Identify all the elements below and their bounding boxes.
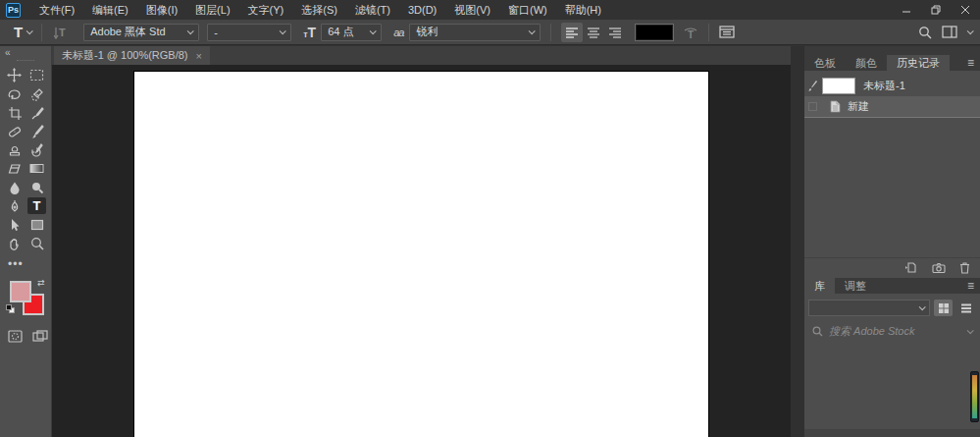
- document-tab-bar: 未标题-1 @ 100%(RGB/8) ×: [52, 46, 791, 65]
- blur-tool[interactable]: [5, 179, 24, 195]
- list-view-button[interactable]: [956, 300, 975, 316]
- toggle-panels-icon[interactable]: [719, 26, 735, 38]
- move-tool[interactable]: [5, 67, 24, 83]
- color-swatches: ⇄: [10, 281, 43, 314]
- document-area: 未标题-1 @ 100%(RGB/8) ×: [52, 46, 791, 437]
- collapse-tools-icon[interactable]: «: [0, 46, 51, 58]
- clone-stamp-tool[interactable]: [5, 141, 24, 158]
- new-document-from-state-icon[interactable]: [904, 261, 918, 274]
- tools-panel: «: [0, 46, 52, 437]
- history-brush-source-icon[interactable]: [804, 80, 822, 91]
- path-selection-tool[interactable]: [5, 216, 24, 233]
- tab-adjustments[interactable]: 调整: [835, 278, 876, 294]
- default-colors-icon[interactable]: [6, 304, 15, 313]
- foreground-color-swatch[interactable]: [10, 281, 31, 302]
- crop-tool[interactable]: [5, 104, 24, 121]
- font-size-select[interactable]: 64 点: [321, 24, 382, 41]
- divider: [708, 24, 709, 41]
- font-family-select[interactable]: Adobe 黑体 Std: [83, 24, 199, 41]
- gradient-bar: [972, 375, 977, 418]
- workspace-switcher-icon[interactable]: [942, 26, 957, 38]
- align-left-button[interactable]: [561, 23, 583, 42]
- marquee-tool[interactable]: [27, 67, 46, 83]
- rectangle-tool[interactable]: [27, 216, 46, 233]
- tab-swatches[interactable]: 色板: [804, 55, 846, 71]
- brush-tool[interactable]: [27, 123, 46, 139]
- history-snapshot-row[interactable]: 未标题-1: [804, 75, 980, 96]
- close-tab-icon[interactable]: ×: [196, 50, 202, 62]
- menu-file[interactable]: 文件(F): [30, 0, 83, 20]
- align-center-button[interactable]: [583, 23, 604, 42]
- swap-colors-icon[interactable]: ⇄: [37, 278, 45, 288]
- menu-layer[interactable]: 图层(L): [186, 0, 238, 20]
- pen-tool[interactable]: [5, 197, 24, 214]
- library-search-field[interactable]: 搜索 Adobe Stock: [808, 324, 976, 339]
- font-style-select[interactable]: -: [207, 24, 291, 41]
- tab-libraries[interactable]: 库: [804, 278, 835, 294]
- grid-view-button[interactable]: [934, 300, 953, 316]
- chevron-down-icon: [26, 27, 33, 34]
- menu-3d[interactable]: 3D(D): [399, 0, 445, 20]
- document-tab[interactable]: 未标题-1 @ 100%(RGB/8) ×: [54, 46, 210, 65]
- divider: [550, 24, 551, 41]
- menu-image[interactable]: 图像(I): [137, 0, 186, 20]
- delete-trash-icon[interactable]: [959, 261, 970, 274]
- menu-help[interactable]: 帮助(H): [556, 0, 610, 20]
- gradient-tool[interactable]: [27, 160, 46, 177]
- anti-alias-value: 锐利: [416, 25, 438, 39]
- snapshot-thumbnail: [822, 78, 855, 94]
- text-orientation-icon[interactable]: T: [54, 26, 72, 39]
- history-state-label: 新建: [848, 99, 869, 114]
- close-button[interactable]: [951, 0, 980, 20]
- type-tool-preset[interactable]: T: [10, 22, 35, 42]
- restore-button[interactable]: [921, 0, 951, 20]
- eyedropper-tool[interactable]: [27, 104, 46, 121]
- quick-selection-tool[interactable]: [27, 85, 46, 102]
- minimize-button[interactable]: [892, 0, 921, 20]
- restore-icon: [931, 5, 941, 15]
- tools-grip[interactable]: [17, 60, 34, 63]
- menu-filter[interactable]: 滤镜(T): [346, 0, 399, 20]
- panel-menu-icon[interactable]: ≡: [967, 278, 974, 294]
- eraser-tool[interactable]: [5, 160, 24, 177]
- type-tool[interactable]: T: [27, 197, 46, 214]
- dodge-tool[interactable]: [27, 179, 46, 195]
- warp-text-icon[interactable]: T: [683, 26, 698, 39]
- hand-tool[interactable]: [5, 235, 24, 251]
- libraries-panel-group: 库 调整 ≡: [804, 278, 980, 437]
- panel-footer: [804, 429, 980, 437]
- history-source-checkbox[interactable]: [808, 102, 817, 111]
- new-snapshot-camera-icon[interactable]: [932, 262, 946, 273]
- menu-view[interactable]: 视图(V): [445, 0, 499, 20]
- document-title: 未标题-1 @ 100%(RGB/8): [62, 48, 188, 63]
- tab-color[interactable]: 颜色: [846, 55, 887, 71]
- edit-toolbar-icon[interactable]: •••: [0, 257, 51, 271]
- history-panel-footer: [804, 257, 980, 276]
- list-view-icon: [960, 302, 972, 314]
- photoshop-app-icon: Ps: [6, 3, 21, 18]
- menu-window[interactable]: 窗口(W): [499, 0, 556, 20]
- quick-mask-icon[interactable]: [8, 330, 23, 343]
- search-icon[interactable]: [918, 26, 932, 39]
- divider: [41, 24, 42, 41]
- menu-edit[interactable]: 编辑(E): [83, 0, 137, 20]
- menu-type[interactable]: 文字(Y): [239, 0, 293, 20]
- menu-select[interactable]: 选择(S): [292, 0, 346, 20]
- zoom-tool[interactable]: [27, 235, 46, 251]
- canvas[interactable]: [134, 72, 708, 437]
- align-right-button[interactable]: [604, 23, 626, 42]
- anti-alias-select[interactable]: 锐利: [409, 24, 541, 41]
- screen-mode-icon[interactable]: [32, 330, 48, 343]
- library-select[interactable]: [808, 300, 930, 316]
- text-color-swatch[interactable]: [636, 25, 673, 40]
- type-tool-icon: T: [14, 24, 23, 40]
- history-state-row[interactable]: 新建: [804, 96, 980, 118]
- lasso-tool[interactable]: [5, 85, 24, 102]
- close-icon: [960, 5, 970, 15]
- panel-tabs: 库 调整 ≡: [804, 278, 980, 294]
- healing-brush-tool[interactable]: [5, 123, 24, 139]
- panel-menu-icon[interactable]: ≡: [967, 55, 974, 71]
- history-brush-tool[interactable]: [27, 141, 46, 158]
- history-list: 未标题-1 新建: [804, 75, 980, 118]
- tab-history[interactable]: 历史记录: [887, 55, 950, 71]
